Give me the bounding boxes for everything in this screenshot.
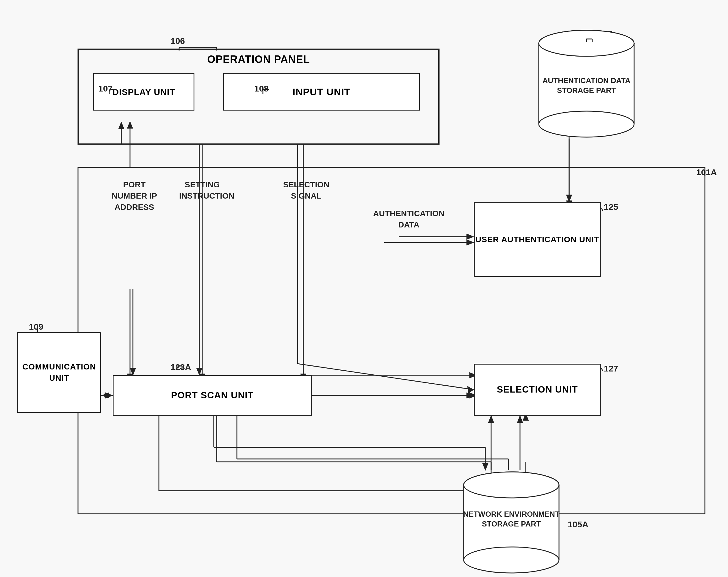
ref-127: 127: [604, 364, 618, 374]
auth-data-storage: AUTHENTICATION DATA STORAGE PART: [537, 29, 635, 139]
ref-101a: 101A: [696, 167, 717, 177]
svg-marker-59: [130, 368, 136, 375]
auth-data-label: AUTHENTICATION DATA: [373, 208, 445, 230]
svg-marker-79: [517, 416, 523, 423]
svg-marker-77: [488, 416, 494, 423]
communication-unit-box: COMMUNICATIONUNIT: [17, 332, 101, 413]
ref-105a: 105A: [568, 520, 589, 529]
svg-point-34: [539, 30, 634, 56]
svg-marker-11: [467, 240, 474, 245]
ref-106: 106: [171, 36, 185, 46]
ref-107: 107: [98, 84, 113, 93]
ref-125: 125: [604, 202, 618, 212]
svg-line-56: [297, 364, 474, 390]
port-number-label: PORT NUMBER IP ADDRESS: [111, 179, 157, 213]
svg-marker-57: [467, 386, 474, 393]
input-unit-box: INPUT UNIT: [223, 73, 420, 111]
auth-data-storage-label: AUTHENTICATION DATA STORAGE PART: [537, 76, 635, 95]
svg-point-33: [539, 111, 634, 137]
ref-109: 109: [29, 322, 43, 332]
user-auth-unit-box: USER AUTHENTICATION UNIT: [474, 202, 601, 277]
svg-marker-54: [197, 368, 202, 375]
network-env-storage: NETWORK ENVIRONMENT STORAGE PART: [462, 470, 561, 574]
svg-point-40: [464, 472, 559, 498]
selection-signal-label: SELECTION SIGNAL: [283, 179, 329, 201]
svg-marker-65: [467, 392, 474, 398]
port-scan-unit-box: PORT SCAN UNIT: [113, 375, 312, 416]
selection-unit-box: SELECTION UNIT: [474, 364, 601, 416]
svg-line-82: [601, 208, 603, 211]
ref-108: 108: [254, 84, 269, 93]
ref-123a: 123A: [171, 362, 191, 372]
network-env-storage-label: NETWORK ENVIRONMENT STORAGE PART: [462, 510, 561, 529]
svg-marker-67: [102, 392, 109, 398]
operation-panel-box: OPERATION PANEL DISPLAY UNIT INPUT UNIT: [78, 49, 439, 144]
svg-marker-72: [483, 463, 488, 470]
svg-point-39: [464, 547, 559, 573]
operation-panel-label: OPERATION PANEL: [207, 53, 310, 66]
svg-line-83: [601, 368, 603, 371]
svg-marker-61: [566, 195, 572, 202]
setting-instruction-label: SETTING INSTRUCTION: [179, 179, 225, 201]
svg-marker-63: [467, 234, 474, 240]
svg-marker-68: [105, 392, 112, 398]
svg-marker-18: [105, 392, 113, 398]
